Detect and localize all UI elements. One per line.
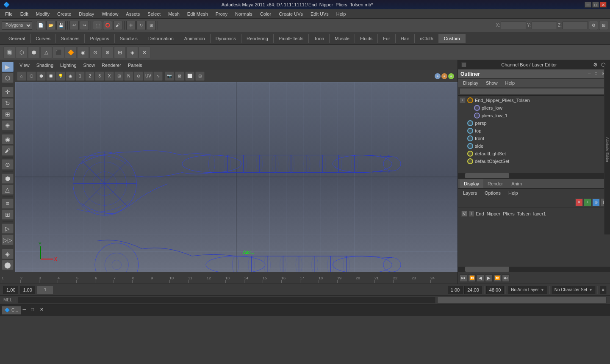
tb-new[interactable]: 📄 bbox=[36, 21, 45, 30]
tb-scale[interactable]: ⊞ bbox=[147, 21, 156, 30]
close-button[interactable]: ✕ bbox=[600, 2, 607, 8]
vp-icon-shaded[interactable]: ⬢ bbox=[36, 72, 46, 81]
shelf-icon-12[interactable]: ⊗ bbox=[139, 47, 150, 58]
shelf-icon-10[interactable]: ⊞ bbox=[114, 47, 126, 58]
menu-item-create[interactable]: Create bbox=[54, 11, 75, 17]
tb-paint[interactable]: 🖌 bbox=[113, 21, 122, 30]
shelf-icon-4[interactable]: △ bbox=[40, 47, 52, 58]
tb-settings[interactable]: ⚙ bbox=[589, 21, 598, 30]
tb-render-settings[interactable]: ⊞ bbox=[599, 21, 608, 30]
rotate-tool[interactable]: ↻ bbox=[2, 98, 14, 108]
shading-menu[interactable]: Shading bbox=[34, 62, 56, 69]
vp-icon-smooth[interactable]: ◉ bbox=[66, 72, 75, 81]
shelf-tab-ncloth[interactable]: nCloth bbox=[415, 34, 439, 43]
vp-icon-light[interactable]: 💡 bbox=[56, 72, 65, 81]
shelf-tab-custom[interactable]: Custom bbox=[439, 34, 466, 43]
lighting-menu[interactable]: Lighting bbox=[58, 62, 79, 69]
tb-lasso[interactable]: ⭕ bbox=[103, 21, 112, 30]
tb-open[interactable]: 📂 bbox=[46, 21, 55, 30]
scale-tool[interactable]: ⊞ bbox=[2, 109, 14, 119]
shelf-tab-animation[interactable]: Animation bbox=[179, 34, 211, 43]
y-coord-input[interactable] bbox=[532, 22, 557, 29]
shelf-tab-dynamics[interactable]: Dynamics bbox=[211, 34, 241, 43]
canvas-area[interactable]: X Y Add... bbox=[15, 82, 458, 272]
shelf-tab-hair[interactable]: Hair bbox=[396, 34, 415, 43]
vp-icon-res-2[interactable]: 2 bbox=[85, 72, 94, 81]
shelf-icon-5[interactable]: ⬛ bbox=[53, 47, 64, 58]
layer-tab-anim[interactable]: Anim bbox=[507, 179, 526, 188]
outliner-item-2[interactable]: pliers_low_1 bbox=[458, 112, 610, 119]
layer-vis[interactable]: ≡ bbox=[2, 199, 14, 209]
select-tool[interactable]: ▶ bbox=[2, 62, 14, 72]
shelf-tab-fur[interactable]: Fur bbox=[378, 34, 396, 43]
minimize-button[interactable]: ─ bbox=[585, 2, 591, 8]
vp-single[interactable]: ⬜ bbox=[185, 72, 194, 81]
outliner-item-1[interactable]: pliers_low bbox=[458, 104, 610, 112]
layer-attr-btn[interactable]: ⊕ bbox=[592, 199, 600, 206]
select-tool-2[interactable]: ⬡ bbox=[2, 73, 14, 83]
layer-type[interactable]: / bbox=[469, 211, 474, 217]
shelf-icon-8[interactable]: ⊙ bbox=[89, 47, 101, 58]
vp-camera[interactable]: 📷 bbox=[165, 72, 174, 81]
shelf-tab-polygons[interactable]: Polygons bbox=[85, 34, 114, 43]
shelf-icon-3[interactable]: ⬢ bbox=[28, 47, 40, 58]
vp-icon-texture[interactable]: 🔲 bbox=[46, 72, 55, 81]
layer-hscrollbar[interactable] bbox=[458, 267, 605, 272]
outliner-item-0[interactable]: +End_Nipper_Pliers_Tolsen bbox=[458, 97, 610, 104]
vp-icon-res-1[interactable]: 1 bbox=[75, 72, 85, 81]
layer-visibility[interactable]: V bbox=[461, 211, 467, 217]
shelf-icon-7[interactable]: ◉ bbox=[77, 47, 89, 58]
shelf-tab-curves[interactable]: Curves bbox=[30, 34, 56, 43]
layer-delete-btn[interactable]: ✕ bbox=[575, 199, 583, 206]
viewport[interactable]: View Shading Lighting Show Renderer Pane… bbox=[15, 60, 458, 272]
menu-item-modify[interactable]: Modify bbox=[33, 11, 53, 17]
shelf-tab-painteffects[interactable]: PaintEffects bbox=[274, 34, 309, 43]
z-coord-input[interactable] bbox=[563, 22, 588, 29]
shelf-tab-deformation[interactable]: Deformation bbox=[143, 34, 179, 43]
universal-tool[interactable]: ⊕ bbox=[2, 120, 14, 130]
menu-item-window[interactable]: Window bbox=[98, 11, 122, 17]
vp-orbit-icon[interactable]: ● bbox=[435, 73, 441, 79]
shelf-tab-toon[interactable]: Toon bbox=[309, 34, 330, 43]
tb-move[interactable]: ✛ bbox=[126, 21, 136, 30]
tb-redo[interactable]: ↪ bbox=[80, 21, 89, 30]
vp-icon-normals[interactable]: N bbox=[124, 72, 133, 81]
outliner-item-7[interactable]: defaultLightSet bbox=[458, 150, 610, 157]
outliner-search-input[interactable] bbox=[460, 88, 608, 95]
panels-menu[interactable]: Panels bbox=[125, 62, 145, 69]
pb-jump-end[interactable]: ⏭ bbox=[502, 274, 510, 282]
ipr-render[interactable]: ▷▷ bbox=[2, 234, 14, 245]
vp-pan-icon[interactable]: ● bbox=[441, 73, 447, 79]
shelf-icon-11[interactable]: ◈ bbox=[126, 47, 138, 58]
menu-item-file[interactable]: File bbox=[2, 11, 16, 17]
outliner-display-menu[interactable]: Display bbox=[460, 80, 482, 86]
x-coord-input[interactable] bbox=[501, 22, 526, 29]
vp-zoom-icon[interactable]: ● bbox=[448, 73, 454, 79]
vp-bookmark[interactable]: ⊞ bbox=[195, 72, 205, 81]
outliner-item-4[interactable]: top bbox=[458, 127, 610, 135]
outliner-hscrollbar[interactable] bbox=[458, 173, 605, 178]
menu-item-mesh[interactable]: Mesh bbox=[165, 11, 183, 17]
expand-btn-0[interactable]: + bbox=[460, 97, 466, 103]
tb-save[interactable]: 💾 bbox=[56, 21, 66, 30]
outliner-show-menu[interactable]: Show bbox=[482, 80, 501, 86]
vp-icon-wireframe[interactable]: ⬡ bbox=[27, 72, 36, 81]
soft-select[interactable]: ◉ bbox=[2, 134, 14, 144]
paint-select[interactable]: 🖌 bbox=[2, 145, 14, 155]
shelf-tab-fluids[interactable]: Fluids bbox=[355, 34, 378, 43]
layer-tab-render[interactable]: Render bbox=[483, 179, 507, 188]
vp-quad[interactable]: ⊠ bbox=[175, 72, 184, 81]
taskbar-min[interactable]: ─ bbox=[23, 307, 30, 314]
layer-tab-display[interactable]: Display bbox=[460, 179, 483, 188]
show-menu[interactable]: Show bbox=[81, 62, 98, 69]
outliner-item-3[interactable]: persp bbox=[458, 119, 610, 127]
shelf-icon-1[interactable]: 🔘 bbox=[3, 47, 15, 58]
vp-icon-isolate[interactable]: ⊙ bbox=[134, 72, 143, 81]
mode-select[interactable]: Polygons bbox=[2, 21, 32, 30]
shelf-icon-6[interactable]: 🔶 bbox=[65, 47, 77, 58]
layer-mgr[interactable]: ⊞ bbox=[2, 210, 14, 220]
tool-extra-1[interactable]: ◈ bbox=[2, 249, 14, 259]
vp-icon-uv[interactable]: UV bbox=[144, 72, 153, 81]
vp-icon-home[interactable]: ⌂ bbox=[17, 72, 26, 81]
renderer-menu[interactable]: Renderer bbox=[99, 62, 124, 69]
